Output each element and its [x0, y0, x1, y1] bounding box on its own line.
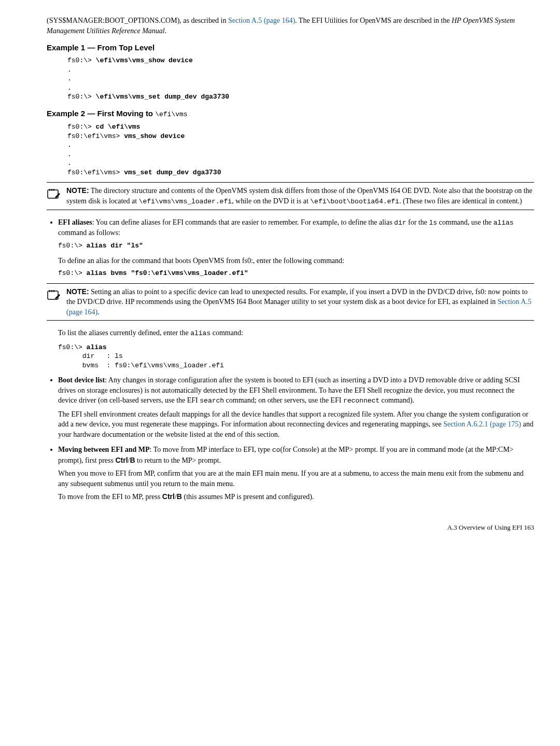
bullet-moving: Moving between EFI and MP: To move from …	[58, 445, 534, 502]
page-footer: A.3 Overview of Using EFI 163	[47, 523, 534, 532]
example2-code: fs0:\> cd \efi\vms fs0:\efi\vms> vms_sho…	[67, 122, 534, 177]
note2: NOTE: Setting an alias to point to a spe…	[47, 283, 534, 321]
bullet-boot-device: Boot device list: Any changes in storage…	[58, 375, 534, 439]
intro-paragraph: (SYS$MANAGER:BOOT_OPTIONS.COM), as descr…	[47, 16, 534, 36]
intro-text1: (SYS$MANAGER:BOOT_OPTIONS.COM), as descr…	[47, 17, 228, 24]
example1-code: fs0:\> \efi\vms\vms_show device . . . fs…	[67, 56, 534, 102]
intro-text3: .	[165, 27, 167, 35]
alias-code1: fs0:\> alias dir "ls"	[58, 241, 534, 251]
note2-label: NOTE:	[66, 287, 89, 296]
note1-body: NOTE: The directory structure and conten…	[66, 186, 534, 206]
intro-link[interactable]: Section A.5 (page 164)	[228, 17, 295, 24]
alias-list-intro: To list the aliases currently defined, e…	[58, 328, 534, 338]
bullet-efi-aliases: EFI aliases: You can define aliases for …	[58, 217, 534, 278]
example2-heading: Example 2 — First Moving to \efi\vms	[47, 108, 534, 119]
alias-list-code: fs0:\> alias dir : ls bvms : fs0:\efi\vm…	[58, 343, 534, 370]
note-icon	[47, 187, 61, 204]
note-icon	[47, 288, 61, 306]
intro-text2: . The EFI Utilities for OpenVMS are desc…	[295, 17, 452, 24]
note2-body: NOTE: Setting an alias to point to a spe…	[66, 287, 534, 317]
example1-heading: Example 1 — From Top Level	[47, 42, 534, 53]
note1-label: NOTE:	[66, 186, 89, 195]
note1: NOTE: The directory structure and conten…	[47, 182, 534, 210]
alias-code2: fs0:\> alias bvms "fs0:\efi\vms\vms_load…	[58, 269, 534, 278]
boot-device-link[interactable]: Section A.6.2.1 (page 175)	[443, 420, 521, 428]
bullet-list-2: Boot device list: Any changes in storage…	[47, 375, 534, 502]
bullet-list-1: EFI aliases: You can define aliases for …	[47, 217, 534, 278]
